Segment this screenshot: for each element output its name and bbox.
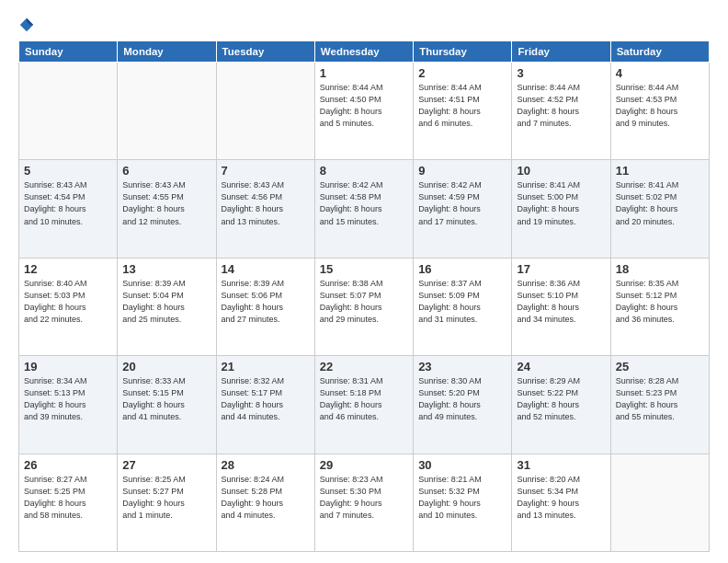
day-number: 4 [616,66,704,80]
day-info: Sunrise: 8:40 AM Sunset: 5:03 PM Dayligh… [24,278,112,326]
weekday-wednesday: Wednesday [314,41,413,63]
day-cell: 3Sunrise: 8:44 AM Sunset: 4:52 PM Daylig… [512,63,610,160]
day-cell: 10Sunrise: 8:41 AM Sunset: 5:00 PM Dayli… [512,160,610,258]
weekday-tuesday: Tuesday [216,41,314,63]
weekday-header-row: SundayMondayTuesdayWednesdayThursdayFrid… [19,41,710,63]
day-number: 19 [24,360,112,373]
day-info: Sunrise: 8:38 AM Sunset: 5:07 PM Dayligh… [320,278,408,326]
day-number: 3 [517,66,605,80]
day-info: Sunrise: 8:32 AM Sunset: 5:17 PM Dayligh… [222,375,310,423]
day-info: Sunrise: 8:42 AM Sunset: 4:58 PM Dayligh… [320,179,408,227]
day-number: 18 [616,262,704,276]
day-info: Sunrise: 8:41 AM Sunset: 5:00 PM Dayligh… [517,179,605,227]
weekday-saturday: Saturday [610,41,709,63]
logo [18,17,37,33]
day-info: Sunrise: 8:28 AM Sunset: 5:23 PM Dayligh… [616,375,704,423]
day-cell: 29Sunrise: 8:23 AM Sunset: 5:30 PM Dayli… [314,454,413,551]
day-number: 27 [122,458,210,472]
day-cell: 12Sunrise: 8:40 AM Sunset: 5:03 PM Dayli… [19,258,118,355]
day-info: Sunrise: 8:34 AM Sunset: 5:13 PM Dayligh… [24,375,112,423]
weekday-friday: Friday [512,41,610,63]
calendar-table: SundayMondayTuesdayWednesdayThursdayFrid… [18,40,710,552]
day-cell: 6Sunrise: 8:43 AM Sunset: 4:55 PM Daylig… [118,160,216,258]
day-info: Sunrise: 8:21 AM Sunset: 5:32 PM Dayligh… [418,474,506,522]
day-info: Sunrise: 8:39 AM Sunset: 5:04 PM Dayligh… [122,278,210,326]
day-cell: 24Sunrise: 8:29 AM Sunset: 5:22 PM Dayli… [512,356,610,454]
day-cell: 30Sunrise: 8:21 AM Sunset: 5:32 PM Dayli… [414,454,512,551]
day-number: 1 [320,66,408,80]
week-row-3: 12Sunrise: 8:40 AM Sunset: 5:03 PM Dayli… [19,258,710,355]
day-number: 17 [517,262,605,276]
day-number: 31 [517,458,605,472]
day-number: 12 [24,262,112,276]
day-info: Sunrise: 8:43 AM Sunset: 4:54 PM Dayligh… [24,179,112,227]
day-number: 26 [24,458,112,472]
day-info: Sunrise: 8:20 AM Sunset: 5:34 PM Dayligh… [517,474,605,522]
day-info: Sunrise: 8:42 AM Sunset: 4:59 PM Dayligh… [418,179,506,227]
day-cell: 14Sunrise: 8:39 AM Sunset: 5:06 PM Dayli… [216,258,314,355]
day-number: 7 [222,164,310,178]
day-cell: 2Sunrise: 8:44 AM Sunset: 4:51 PM Daylig… [414,63,512,160]
day-cell: 22Sunrise: 8:31 AM Sunset: 5:18 PM Dayli… [314,356,413,454]
day-cell: 21Sunrise: 8:32 AM Sunset: 5:17 PM Dayli… [216,356,314,454]
day-number: 25 [616,360,704,373]
day-cell: 17Sunrise: 8:36 AM Sunset: 5:10 PM Dayli… [512,258,610,355]
day-info: Sunrise: 8:27 AM Sunset: 5:25 PM Dayligh… [24,474,112,522]
day-info: Sunrise: 8:44 AM Sunset: 4:50 PM Dayligh… [320,82,408,130]
day-info: Sunrise: 8:25 AM Sunset: 5:27 PM Dayligh… [122,474,210,522]
day-cell: 1Sunrise: 8:44 AM Sunset: 4:50 PM Daylig… [314,63,413,160]
day-info: Sunrise: 8:39 AM Sunset: 5:06 PM Dayligh… [222,278,310,326]
day-cell: 18Sunrise: 8:35 AM Sunset: 5:12 PM Dayli… [610,258,709,355]
day-cell: 13Sunrise: 8:39 AM Sunset: 5:04 PM Dayli… [118,258,216,355]
day-cell [610,454,709,551]
weekday-sunday: Sunday [19,41,118,63]
day-cell: 27Sunrise: 8:25 AM Sunset: 5:27 PM Dayli… [118,454,216,551]
day-cell [216,63,314,160]
day-number: 15 [320,262,408,276]
day-number: 28 [222,458,310,472]
day-cell: 26Sunrise: 8:27 AM Sunset: 5:25 PM Dayli… [19,454,118,551]
day-info: Sunrise: 8:23 AM Sunset: 5:30 PM Dayligh… [320,474,408,522]
week-row-5: 26Sunrise: 8:27 AM Sunset: 5:25 PM Dayli… [19,454,710,551]
day-number: 11 [616,164,704,178]
weekday-thursday: Thursday [414,41,512,63]
day-cell [19,63,118,160]
day-number: 22 [320,360,408,373]
week-row-2: 5Sunrise: 8:43 AM Sunset: 4:54 PM Daylig… [19,160,710,258]
day-cell: 25Sunrise: 8:28 AM Sunset: 5:23 PM Dayli… [610,356,709,454]
day-cell: 11Sunrise: 8:41 AM Sunset: 5:02 PM Dayli… [610,160,709,258]
weekday-monday: Monday [118,41,216,63]
logo-icon [18,17,35,33]
day-info: Sunrise: 8:35 AM Sunset: 5:12 PM Dayligh… [616,278,704,326]
day-cell: 23Sunrise: 8:30 AM Sunset: 5:20 PM Dayli… [414,356,512,454]
day-number: 6 [122,164,210,178]
day-info: Sunrise: 8:29 AM Sunset: 5:22 PM Dayligh… [517,375,605,423]
day-number: 2 [418,66,506,80]
day-info: Sunrise: 8:44 AM Sunset: 4:53 PM Dayligh… [616,82,704,130]
day-cell: 19Sunrise: 8:34 AM Sunset: 5:13 PM Dayli… [19,356,118,454]
day-info: Sunrise: 8:41 AM Sunset: 5:02 PM Dayligh… [616,179,704,227]
day-number: 5 [24,164,112,178]
day-info: Sunrise: 8:33 AM Sunset: 5:15 PM Dayligh… [122,375,210,423]
day-info: Sunrise: 8:36 AM Sunset: 5:10 PM Dayligh… [517,278,605,326]
day-number: 30 [418,458,506,472]
day-cell: 31Sunrise: 8:20 AM Sunset: 5:34 PM Dayli… [512,454,610,551]
day-number: 16 [418,262,506,276]
week-row-1: 1Sunrise: 8:44 AM Sunset: 4:50 PM Daylig… [19,63,710,160]
day-number: 10 [517,164,605,178]
day-info: Sunrise: 8:37 AM Sunset: 5:09 PM Dayligh… [418,278,506,326]
day-info: Sunrise: 8:31 AM Sunset: 5:18 PM Dayligh… [320,375,408,423]
day-cell: 4Sunrise: 8:44 AM Sunset: 4:53 PM Daylig… [610,63,709,160]
day-cell: 5Sunrise: 8:43 AM Sunset: 4:54 PM Daylig… [19,160,118,258]
day-number: 8 [320,164,408,178]
day-number: 20 [122,360,210,373]
day-cell: 8Sunrise: 8:42 AM Sunset: 4:58 PM Daylig… [314,160,413,258]
day-number: 14 [222,262,310,276]
page: SundayMondayTuesdayWednesdayThursdayFrid… [0,0,728,563]
week-row-4: 19Sunrise: 8:34 AM Sunset: 5:13 PM Dayli… [19,356,710,454]
day-info: Sunrise: 8:24 AM Sunset: 5:28 PM Dayligh… [222,474,310,522]
day-cell: 28Sunrise: 8:24 AM Sunset: 5:28 PM Dayli… [216,454,314,551]
day-number: 29 [320,458,408,472]
day-number: 21 [222,360,310,373]
day-number: 9 [418,164,506,178]
